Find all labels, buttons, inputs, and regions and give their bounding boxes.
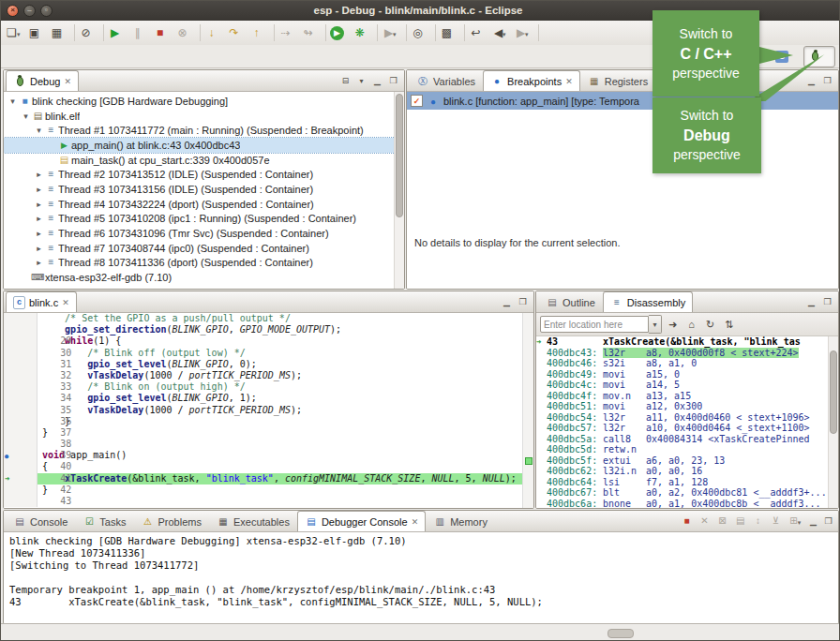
line-number-gutter[interactable]: 40 [4,439,38,450]
debug-button[interactable]: ❋ [352,22,374,43]
editor-line[interactable]: 37 vTaskDelay(1000 / portTICK_PERIOD_MS)… [4,405,533,416]
line-number-gutter[interactable]: 44 [4,484,38,496]
tab-disassembly[interactable]: Disassembly [603,291,693,312]
save-button[interactable]: ▣ [26,22,49,43]
pin-console-button[interactable]: ⊻ [772,514,787,529]
tree-expander-icon[interactable] [34,170,44,179]
step-into-button[interactable]: ↓ [203,22,226,43]
horizontal-scrollbar[interactable] [608,629,634,638]
disassembly-row[interactable]: 400dbc54: l32ra11, 0x400d0460 <_stext+10… [536,412,829,424]
view-menu-button[interactable] [355,75,368,87]
tree-expander-icon[interactable] [34,258,44,267]
tab-breakpoints[interactable]: Breakpoints [483,70,580,91]
resume-button[interactable]: ▶ [107,22,129,43]
console-output[interactable]: blink checking [GDB Hardware Debugging] … [4,532,838,623]
instruction-stepping-button[interactable]: ⇢ [278,22,300,43]
line-number-gutter[interactable]: 38 [4,416,38,427]
window-maximize-button[interactable] [40,5,52,17]
tree-expander-icon[interactable] [34,214,44,223]
disassembly-row[interactable]: 400dbc64: lsif7, a1, 128 [536,477,829,488]
editor-line[interactable]: 41 void app_main() [4,450,533,461]
editor-line[interactable]: 36 gpio_set_level(BLINK_GPIO, 1); [4,393,533,404]
home-button[interactable]: ⌂ [683,317,699,333]
minimize-view-button[interactable] [807,515,819,528]
line-number-gutter[interactable]: 36 [4,393,38,404]
sync-button[interactable]: ⇅ [721,317,737,333]
current-line-marker[interactable] [525,457,532,465]
disassembly-row[interactable]: 400dbc4c: movia14, 5 [536,380,829,391]
disassembly-row[interactable]: 400dbc67: blta0, a2, 0x400dbc81 <__adddf… [536,487,829,499]
minimize-view-button[interactable] [805,296,818,308]
remove-all-launches-button[interactable]: ⊠ [718,514,733,529]
step-filters-button[interactable]: ↬ [300,22,322,43]
search-button[interactable]: ◎ [410,22,432,43]
maximize-view-button[interactable] [822,515,834,528]
editor-line[interactable]: 31 while(1) { [4,335,533,347]
disassembly-row[interactable]: 400dbc5f: extuia6, a0, 23, 13 [536,455,829,467]
line-number-gutter[interactable]: 39 [4,427,38,439]
tab-problems[interactable]: Problems [133,511,208,531]
maximize-view-button[interactable] [821,296,833,308]
goto-pc-button[interactable]: ➜ [665,317,681,333]
editor-line[interactable]: 38 } [4,416,533,427]
line-number-gutter[interactable]: 31 [4,335,38,347]
editor-line[interactable]: 43 xTaskCreate(&blink_task, "blink_task"… [4,473,533,484]
tree-expander-icon[interactable] [34,126,44,135]
debug-tree-row[interactable]: Thread #4 1073432224 (dport) (Suspended … [4,197,395,212]
disassembly-row[interactable]: 400dbc51: movia12, 0x300 [536,401,829,412]
editor-line[interactable]: 35 /* Blink on (output high) */ [4,381,533,393]
debug-tree-row[interactable]: blink checking [GDB Hardware Debugging] [4,94,395,109]
debug-tree-row[interactable]: xtensa-esp32-elf-gdb (7.10) [4,270,395,285]
tree-expander-icon[interactable] [21,112,31,121]
tab-memory[interactable]: Memory [426,511,495,531]
scrollbar-thumb[interactable] [396,94,403,217]
minimize-view-button[interactable] [805,75,818,87]
debug-tree-row[interactable]: blink.elf [4,109,395,124]
disassembly-row[interactable]: 400dbc57: l32ra10, 0x400d0464 <_stext+11… [536,423,829,434]
debug-tree-row[interactable]: app_main() at blink.c:43 0x400dbc43 [4,138,395,153]
window-close-button[interactable] [7,5,19,17]
editor-line[interactable]: 32 /* Blink off (output low) */ [4,348,533,359]
editor-line[interactable]: 34 vTaskDelay(1000 / portTICK_PERIOD_MS)… [4,370,533,381]
disassembly-row[interactable]: 400dbc5a: call80x40084314 <xTaskCreatePi… [536,434,829,445]
suspend-button[interactable]: ∥ [129,22,152,43]
debug-scrollbar[interactable] [394,92,404,289]
close-tab-icon[interactable] [565,77,573,86]
new-button[interactable]: ❏ [4,22,26,43]
disassembly-row[interactable]: 400dbc5d: retw.n [536,444,829,455]
step-over-button[interactable]: ↷ [226,22,248,43]
disconnect-button[interactable]: ⊗ [174,22,197,43]
debug-tree-row[interactable]: main_task() at cpu_start.c:339 0x400d057… [4,153,395,168]
close-tab-icon[interactable] [62,298,69,307]
disassembly-row[interactable]: 400dbc6a: bnonea0, a1, 0x400dbc8b <__add… [536,499,829,509]
tab-console[interactable]: Console [6,511,75,531]
editor-line[interactable]: 30 gpio_set_direction(BLINK_GPIO, GPIO_M… [4,324,533,335]
collapse-all-button[interactable] [339,75,352,87]
disassembly-row[interactable]: 400dbc49: movia15, 0 [536,369,829,380]
back-button[interactable]: ◀ [490,22,513,43]
tab-registers[interactable]: Registers [580,70,655,91]
close-tab-icon[interactable] [412,517,419,527]
line-number-gutter[interactable]: 29 [4,313,38,324]
line-number-gutter[interactable]: 42 [4,461,38,472]
maximize-view-button[interactable] [821,75,833,87]
debug-tree-row[interactable]: Thread #8 1073411336 (dport) (Suspended … [4,256,395,271]
debug-perspective-button[interactable] [803,46,835,67]
tree-expander-icon[interactable] [34,200,44,209]
line-number-gutter[interactable]: 41 [4,450,38,461]
line-number-gutter[interactable]: 34 [4,370,38,381]
tree-expander-icon[interactable] [34,244,44,253]
editor-line[interactable]: 33 gpio_set_level(BLINK_GPIO, 0); [4,359,533,370]
disassembly-row[interactable]: 400dbc43: l32ra8, 0x400d00f8 <_stext+224… [536,348,829,359]
combo-dropdown-icon[interactable] [649,315,662,334]
line-number-gutter[interactable]: 37 [4,405,38,416]
tree-expander-icon[interactable] [8,97,18,106]
line-number-gutter[interactable]: 45 [4,496,38,507]
overview-ruler[interactable] [522,313,533,508]
debug-tree-row[interactable]: Thread #7 1073408744 (ipc0) (Suspended :… [4,241,395,256]
tree-expander-icon[interactable] [34,229,44,238]
skip-breakpoints-button[interactable]: ⊘ [78,22,100,43]
disassembly-row[interactable]: 43 xTaskCreate(&blink_task, "blink_tas [536,336,829,348]
debug-tree-row[interactable]: Thread #3 1073413156 (IDLE) (Suspended :… [4,182,395,197]
location-input[interactable] [540,316,649,333]
